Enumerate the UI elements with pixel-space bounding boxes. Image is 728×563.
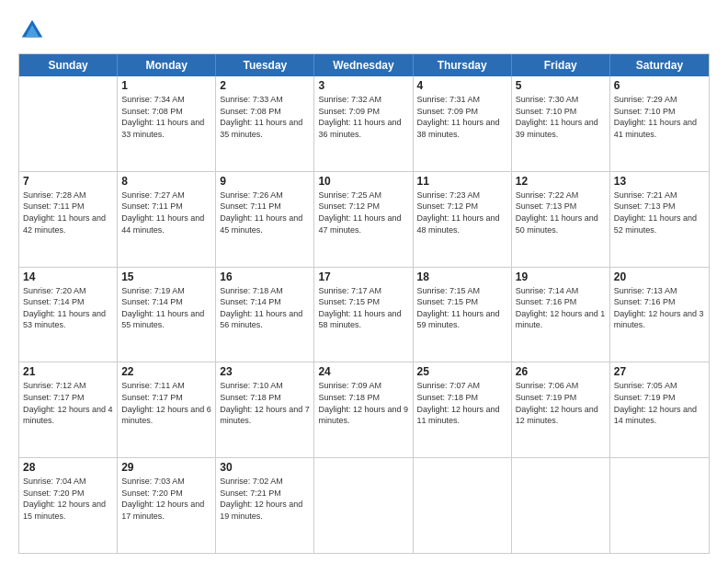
cell-info: Sunrise: 7:33 AMSunset: 7:08 PMDaylight:… (220, 94, 310, 140)
cell-info: Sunrise: 7:30 AMSunset: 7:10 PMDaylight:… (516, 94, 606, 140)
day-number: 30 (220, 461, 310, 474)
calendar-cell: 8 Sunrise: 7:27 AMSunset: 7:11 PMDayligh… (118, 172, 216, 267)
day-number: 6 (614, 79, 705, 92)
cell-info: Sunrise: 7:10 AMSunset: 7:18 PMDaylight:… (220, 380, 310, 426)
calendar-row-2: 14 Sunrise: 7:20 AMSunset: 7:14 PMDaylig… (19, 267, 709, 362)
cell-info: Sunrise: 7:17 AMSunset: 7:15 PMDaylight:… (318, 285, 408, 331)
calendar-cell: 11 Sunrise: 7:23 AMSunset: 7:12 PMDaylig… (414, 172, 512, 267)
calendar-cell: 18 Sunrise: 7:15 AMSunset: 7:15 PMDaylig… (414, 268, 512, 362)
calendar-cell: 5 Sunrise: 7:30 AMSunset: 7:10 PMDayligh… (512, 76, 610, 171)
day-number: 3 (318, 79, 408, 92)
cell-info: Sunrise: 7:13 AMSunset: 7:16 PMDaylight:… (614, 285, 705, 331)
cell-info: Sunrise: 7:11 AMSunset: 7:17 PMDaylight:… (121, 380, 211, 426)
day-number: 17 (318, 270, 408, 283)
calendar-cell: 19 Sunrise: 7:14 AMSunset: 7:16 PMDaylig… (512, 268, 610, 362)
day-number: 18 (417, 270, 507, 283)
day-header-wednesday: Wednesday (314, 54, 413, 76)
calendar-cell: 6 Sunrise: 7:29 AMSunset: 7:10 PMDayligh… (610, 76, 709, 171)
cell-info: Sunrise: 7:27 AMSunset: 7:11 PMDaylight:… (121, 190, 211, 236)
calendar-cell: 4 Sunrise: 7:31 AMSunset: 7:09 PMDayligh… (414, 76, 512, 171)
calendar-cell: 2 Sunrise: 7:33 AMSunset: 7:08 PMDayligh… (216, 76, 314, 171)
cell-info: Sunrise: 7:32 AMSunset: 7:09 PMDaylight:… (318, 94, 408, 140)
cell-info: Sunrise: 7:23 AMSunset: 7:12 PMDaylight:… (417, 190, 507, 236)
calendar: SundayMondayTuesdayWednesdayThursdayFrid… (18, 53, 710, 554)
day-number: 5 (516, 79, 606, 92)
header (18, 17, 710, 44)
calendar-cell (512, 458, 610, 553)
cell-info: Sunrise: 7:19 AMSunset: 7:14 PMDaylight:… (121, 285, 211, 331)
day-number: 20 (614, 270, 705, 283)
calendar-cell (314, 458, 413, 553)
day-number: 9 (220, 175, 310, 188)
cell-info: Sunrise: 7:28 AMSunset: 7:11 PMDaylight:… (23, 190, 113, 236)
calendar-cell: 27 Sunrise: 7:05 AMSunset: 7:19 PMDaylig… (610, 362, 709, 457)
day-number: 8 (121, 175, 211, 188)
calendar-cell (610, 458, 709, 553)
calendar-cell: 25 Sunrise: 7:07 AMSunset: 7:18 PMDaylig… (414, 362, 512, 457)
calendar-row-0: 1 Sunrise: 7:34 AMSunset: 7:08 PMDayligh… (19, 76, 709, 171)
day-header-thursday: Thursday (414, 54, 512, 76)
cell-info: Sunrise: 7:21 AMSunset: 7:13 PMDaylight:… (614, 190, 705, 236)
cell-info: Sunrise: 7:20 AMSunset: 7:14 PMDaylight:… (23, 285, 113, 331)
day-number: 22 (121, 365, 211, 378)
cell-info: Sunrise: 7:18 AMSunset: 7:14 PMDaylight:… (220, 285, 310, 331)
logo (18, 17, 50, 44)
day-header-monday: Monday (118, 54, 216, 76)
calendar-cell: 26 Sunrise: 7:06 AMSunset: 7:19 PMDaylig… (512, 362, 610, 457)
cell-info: Sunrise: 7:02 AMSunset: 7:21 PMDaylight:… (220, 476, 310, 522)
cell-info: Sunrise: 7:29 AMSunset: 7:10 PMDaylight:… (614, 94, 705, 140)
calendar-cell: 30 Sunrise: 7:02 AMSunset: 7:21 PMDaylig… (216, 458, 314, 553)
day-number: 7 (23, 175, 113, 188)
calendar-body: 1 Sunrise: 7:34 AMSunset: 7:08 PMDayligh… (19, 76, 709, 553)
day-number: 10 (318, 175, 408, 188)
calendar-row-3: 21 Sunrise: 7:12 AMSunset: 7:17 PMDaylig… (19, 362, 709, 457)
calendar-cell: 9 Sunrise: 7:26 AMSunset: 7:11 PMDayligh… (216, 172, 314, 267)
page: SundayMondayTuesdayWednesdayThursdayFrid… (0, 0, 728, 563)
calendar-row-1: 7 Sunrise: 7:28 AMSunset: 7:11 PMDayligh… (19, 171, 709, 267)
day-number: 4 (417, 79, 507, 92)
day-number: 27 (614, 365, 705, 378)
calendar-row-4: 28 Sunrise: 7:04 AMSunset: 7:20 PMDaylig… (19, 457, 709, 553)
day-number: 25 (417, 365, 507, 378)
calendar-cell: 21 Sunrise: 7:12 AMSunset: 7:17 PMDaylig… (19, 362, 118, 457)
calendar-header: SundayMondayTuesdayWednesdayThursdayFrid… (19, 54, 709, 76)
day-number: 26 (516, 365, 606, 378)
day-number: 13 (614, 175, 705, 188)
day-number: 16 (220, 270, 310, 283)
calendar-cell: 12 Sunrise: 7:22 AMSunset: 7:13 PMDaylig… (512, 172, 610, 267)
calendar-cell: 22 Sunrise: 7:11 AMSunset: 7:17 PMDaylig… (118, 362, 216, 457)
calendar-cell: 24 Sunrise: 7:09 AMSunset: 7:18 PMDaylig… (314, 362, 413, 457)
day-header-friday: Friday (512, 54, 610, 76)
day-number: 11 (417, 175, 507, 188)
day-number: 29 (121, 461, 211, 474)
cell-info: Sunrise: 7:26 AMSunset: 7:11 PMDaylight:… (220, 190, 310, 236)
cell-info: Sunrise: 7:09 AMSunset: 7:18 PMDaylight:… (318, 380, 408, 426)
cell-info: Sunrise: 7:15 AMSunset: 7:15 PMDaylight:… (417, 285, 507, 331)
calendar-cell: 13 Sunrise: 7:21 AMSunset: 7:13 PMDaylig… (610, 172, 709, 267)
calendar-cell: 3 Sunrise: 7:32 AMSunset: 7:09 PMDayligh… (314, 76, 413, 171)
cell-info: Sunrise: 7:12 AMSunset: 7:17 PMDaylight:… (23, 380, 113, 426)
calendar-cell: 14 Sunrise: 7:20 AMSunset: 7:14 PMDaylig… (19, 268, 118, 362)
day-number: 24 (318, 365, 408, 378)
cell-info: Sunrise: 7:22 AMSunset: 7:13 PMDaylight:… (516, 190, 606, 236)
day-number: 1 (121, 79, 211, 92)
cell-info: Sunrise: 7:03 AMSunset: 7:20 PMDaylight:… (121, 476, 211, 522)
calendar-cell: 1 Sunrise: 7:34 AMSunset: 7:08 PMDayligh… (118, 76, 216, 171)
calendar-cell (19, 76, 118, 171)
cell-info: Sunrise: 7:25 AMSunset: 7:12 PMDaylight:… (318, 190, 408, 236)
day-number: 23 (220, 365, 310, 378)
calendar-cell: 23 Sunrise: 7:10 AMSunset: 7:18 PMDaylig… (216, 362, 314, 457)
day-number: 15 (121, 270, 211, 283)
day-number: 14 (23, 270, 113, 283)
day-number: 2 (220, 79, 310, 92)
calendar-cell: 17 Sunrise: 7:17 AMSunset: 7:15 PMDaylig… (314, 268, 413, 362)
day-number: 21 (23, 365, 113, 378)
cell-info: Sunrise: 7:05 AMSunset: 7:19 PMDaylight:… (614, 380, 705, 426)
calendar-cell: 7 Sunrise: 7:28 AMSunset: 7:11 PMDayligh… (19, 172, 118, 267)
cell-info: Sunrise: 7:07 AMSunset: 7:18 PMDaylight:… (417, 380, 507, 426)
cell-info: Sunrise: 7:34 AMSunset: 7:08 PMDaylight:… (121, 94, 211, 140)
day-number: 28 (23, 461, 113, 474)
day-header-saturday: Saturday (610, 54, 709, 76)
cell-info: Sunrise: 7:04 AMSunset: 7:20 PMDaylight:… (23, 476, 113, 522)
cell-info: Sunrise: 7:06 AMSunset: 7:19 PMDaylight:… (516, 380, 606, 426)
